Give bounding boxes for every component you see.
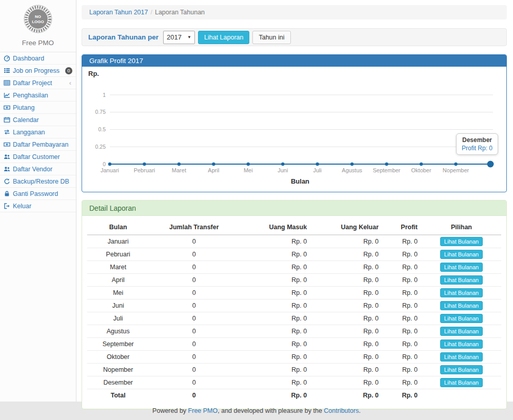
lihat-bulanan-button[interactable]: Lihat Bulanan bbox=[440, 314, 483, 323]
lihat-bulanan-button[interactable]: Lihat Bulanan bbox=[440, 301, 483, 310]
table-cell: Rp. 0 bbox=[383, 364, 422, 376]
sidebar-item-ganti-password[interactable]: Ganti Password bbox=[0, 188, 76, 200]
lihat-bulanan-button[interactable]: Lihat Bulanan bbox=[440, 250, 483, 259]
lihat-bulanan-button[interactable]: Lihat Bulanan bbox=[440, 339, 483, 349]
table-cell: Rp. 0 bbox=[239, 274, 311, 287]
sidebar-item-label: Backup/Restore DB bbox=[13, 178, 72, 185]
table-cell-action: Lihat Bulanan bbox=[422, 376, 501, 389]
calendar-icon bbox=[4, 116, 10, 123]
year-filter-bar: Laporan Tahunan per 2017 ▼ Lihat Laporan… bbox=[82, 28, 507, 46]
chart-tooltip: Desember Profit Rp: 0 bbox=[456, 133, 498, 155]
table-total-row: Total0Rp. 0Rp. 0Rp. 0 bbox=[87, 389, 501, 402]
col-header-profit: Profit bbox=[383, 220, 422, 235]
lock-icon bbox=[4, 190, 10, 197]
sidebar-item-piutang[interactable]: Piutang bbox=[0, 102, 76, 114]
table-cell: Rp. 0 bbox=[383, 325, 422, 338]
lihat-bulanan-button[interactable]: Lihat Bulanan bbox=[440, 327, 483, 336]
table-cell: Rp. 0 bbox=[311, 261, 383, 274]
table-cell-action: Lihat Bulanan bbox=[422, 287, 501, 299]
lihat-bulanan-button[interactable]: Lihat Bulanan bbox=[440, 352, 483, 362]
sidebar-item-daftar-customer[interactable]: Daftar Customer bbox=[0, 151, 76, 163]
table-cell: Maret bbox=[87, 261, 149, 274]
table-cell: Rp. 0 bbox=[239, 312, 311, 325]
sidebar-item-keluar[interactable]: Keluar bbox=[0, 200, 76, 212]
table-cell: Rp. 0 bbox=[311, 389, 383, 402]
table-cell: 0 bbox=[149, 389, 239, 402]
table-cell: Rp. 0 bbox=[383, 287, 422, 299]
table-row: Januari0Rp. 0Rp. 0Rp. 0Lihat Bulanan bbox=[87, 235, 501, 248]
year-select-value: 2017 bbox=[167, 33, 182, 41]
refresh-icon bbox=[4, 178, 10, 185]
sidebar-item-dashboard[interactable]: Dashboard bbox=[0, 52, 76, 65]
table-row: Oktober0Rp. 0Rp. 0Rp. 0Lihat Bulanan bbox=[87, 351, 501, 364]
svg-text:0.25: 0.25 bbox=[95, 144, 106, 150]
svg-text:Agustus: Agustus bbox=[342, 167, 362, 173]
table-cell: Rp. 0 bbox=[239, 364, 311, 376]
table-cell: Rp. 0 bbox=[311, 325, 383, 338]
col-header-bulan: Bulan bbox=[87, 220, 149, 235]
table-cell: 0 bbox=[149, 299, 239, 312]
lihat-bulanan-button[interactable]: Lihat Bulanan bbox=[440, 263, 483, 272]
table-cell: Rp. 0 bbox=[383, 389, 422, 402]
svg-text:Nopember: Nopember bbox=[443, 167, 469, 173]
sidebar-item-daftar-vendor[interactable]: Daftar Vendor bbox=[0, 163, 76, 175]
table-cell: 0 bbox=[149, 235, 239, 248]
tahun-ini-button[interactable]: Tahun ini bbox=[252, 31, 290, 44]
chevron-left-icon: ‹ bbox=[69, 79, 72, 87]
sidebar-item-daftar-pembayaran[interactable]: Daftar Pembayaran bbox=[0, 138, 76, 151]
table-cell-action: Lihat Bulanan bbox=[422, 364, 501, 376]
sidebar-item-langganan[interactable]: Langganan bbox=[0, 126, 76, 138]
breadcrumb-link-laporan-tahun[interactable]: Laporan Tahun 2017 bbox=[89, 9, 148, 16]
table-cell: Rp. 0 bbox=[383, 312, 422, 325]
users-icon bbox=[4, 166, 10, 172]
sidebar-item-penghasilan[interactable]: Penghasilan bbox=[0, 89, 76, 102]
table-cell: Nopember bbox=[87, 364, 149, 376]
table-cell: Rp. 0 bbox=[239, 351, 311, 364]
svg-text:0.5: 0.5 bbox=[98, 126, 106, 132]
sidebar-item-job-on-progress[interactable]: Job on Progress0 bbox=[0, 65, 76, 77]
table-cell-action: Lihat Bulanan bbox=[422, 351, 501, 364]
lihat-laporan-button[interactable]: Lihat Laporan bbox=[198, 31, 249, 44]
table-cell: Rp. 0 bbox=[239, 325, 311, 338]
table-cell: Rp. 0 bbox=[239, 299, 311, 312]
chevron-down-icon: ▼ bbox=[187, 35, 191, 39]
sidebar-item-calendar[interactable]: Calendar bbox=[0, 114, 76, 126]
table-cell-action: Lihat Bulanan bbox=[422, 325, 501, 338]
table-cell: Rp. 0 bbox=[239, 338, 311, 351]
lihat-bulanan-button[interactable]: Lihat Bulanan bbox=[440, 237, 483, 246]
table-cell: Rp. 0 bbox=[383, 235, 422, 248]
svg-text:LOGO: LOGO bbox=[32, 19, 44, 24]
footer-text: Powered by Free PMO, and developed with … bbox=[152, 407, 361, 414]
year-select[interactable]: 2017 ▼ bbox=[163, 31, 195, 44]
lihat-bulanan-button[interactable]: Lihat Bulanan bbox=[440, 365, 483, 374]
table-row: Juni0Rp. 0Rp. 0Rp. 0Lihat Bulanan bbox=[87, 299, 501, 312]
sidebar-item-label: Daftar Customer bbox=[13, 153, 72, 161]
free-pmo-link[interactable]: Free PMO bbox=[188, 407, 218, 414]
table-cell: Januari bbox=[87, 235, 149, 248]
table-cell: Rp. 0 bbox=[311, 364, 383, 376]
sidebar-item-label: Ganti Password bbox=[13, 190, 72, 197]
table-cell: Rp. 0 bbox=[383, 261, 422, 274]
col-header-pilihan: Pilihan bbox=[422, 220, 501, 235]
no-logo-badge-icon: NO LOGO bbox=[23, 4, 53, 34]
table-cell: Rp. 0 bbox=[311, 248, 383, 261]
table-cell: Rp. 0 bbox=[311, 287, 383, 299]
lihat-bulanan-button[interactable]: Lihat Bulanan bbox=[440, 378, 483, 387]
sidebar-item-backup-restore-db[interactable]: Backup/Restore DB bbox=[0, 175, 76, 188]
lihat-bulanan-button[interactable]: Lihat Bulanan bbox=[440, 275, 483, 285]
lihat-bulanan-button[interactable]: Lihat Bulanan bbox=[440, 288, 483, 297]
table-cell: 0 bbox=[149, 312, 239, 325]
table-cell: Rp. 0 bbox=[311, 312, 383, 325]
table-cell: Oktober bbox=[87, 351, 149, 364]
sidebar-item-daftar-project[interactable]: Daftar Project‹ bbox=[0, 77, 76, 89]
sidebar-item-label: Daftar Pembayaran bbox=[13, 141, 72, 148]
table-cell: 0 bbox=[149, 351, 239, 364]
table-cell: 0 bbox=[149, 274, 239, 287]
dashboard-icon bbox=[4, 55, 10, 62]
report-table: Bulan Jumlah Transfer Uang Masuk Uang Ke… bbox=[87, 220, 501, 402]
col-header-uang-keluar: Uang Keluar bbox=[311, 220, 383, 235]
profit-line-chart[interactable]: 00.250.50.751JanuariPebruariMaretAprilMe… bbox=[86, 79, 500, 187]
main-content: Laporan Tahun 2017/Laporan Tahunan Lapor… bbox=[76, 0, 513, 402]
contributors-link[interactable]: Contributors bbox=[324, 407, 359, 414]
table-cell: 0 bbox=[149, 325, 239, 338]
